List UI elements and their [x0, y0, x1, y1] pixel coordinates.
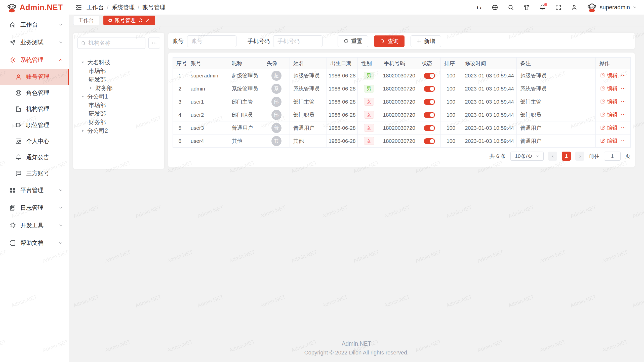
status-toggle[interactable]	[424, 112, 435, 118]
org-more-button[interactable]	[148, 37, 160, 49]
table-row: 5 user3 普通用户 普 普通用户 1986-06-28 女 1802003…	[173, 121, 631, 134]
cell-order: 100	[441, 95, 461, 108]
reset-button[interactable]: 重置	[338, 35, 368, 47]
app-logo[interactable]: Admin.NET	[0, 0, 69, 15]
gender-tag: 女	[364, 111, 374, 119]
sidebar-item-icon	[15, 122, 22, 128]
tab-close-icon[interactable]	[145, 18, 150, 23]
sidebar-item[interactable]: 三方账号	[0, 165, 69, 181]
sidebar-item[interactable]: 帮助文档	[0, 234, 69, 252]
status-toggle[interactable]	[424, 125, 435, 131]
row-more-button[interactable]	[621, 125, 626, 130]
users-table: 序号 账号 昵称 头像 姓名 出生日期	[173, 57, 631, 148]
sidebar-item[interactable]: 日志管理	[0, 199, 69, 216]
topbar-action-icon[interactable]	[523, 4, 530, 11]
edit-button[interactable]: 编辑	[600, 137, 618, 144]
breadcrumb-item[interactable]: 账号管理	[142, 4, 166, 11]
search-button[interactable]: 查询	[374, 35, 405, 47]
cell-birthdate: 1986-06-28	[327, 82, 358, 95]
sidebar-item[interactable]: 机构管理	[0, 101, 69, 117]
edit-button[interactable]: 编辑	[600, 98, 618, 105]
row-more-button[interactable]	[621, 138, 626, 144]
sidebar-item[interactable]: 系统管理	[0, 51, 69, 69]
sidebar-item-label: 平台管理	[20, 186, 44, 194]
tab-refresh-icon[interactable]	[138, 18, 143, 23]
tree-node[interactable]: 大名科技	[77, 58, 160, 67]
tree-node[interactable]: 财务部	[77, 84, 160, 92]
tree-caret-icon[interactable]	[80, 60, 85, 65]
cell-gender: 女	[358, 134, 380, 148]
cell-nickname: 系统管理员	[228, 82, 263, 95]
sidebar-item-icon	[9, 21, 16, 28]
page-size-select[interactable]: 10条/页	[510, 152, 544, 161]
topbar-action-icon[interactable]	[571, 4, 578, 11]
sidebar-item[interactable]: 业务测试	[0, 33, 69, 51]
topbar-icons: TT	[476, 4, 578, 11]
topbar-action-icon[interactable]: TT	[476, 4, 482, 11]
more-icon	[151, 40, 157, 46]
column-header: 序号	[173, 58, 187, 69]
sidebar-item-label: 机构管理	[26, 105, 49, 113]
tree-node[interactable]: 分公司1	[77, 92, 160, 101]
sidebar-collapse-icon[interactable]	[75, 4, 82, 11]
sidebar-item[interactable]: 角色管理	[0, 85, 69, 101]
cell-remark: 普通用户	[517, 134, 596, 148]
sidebar-item[interactable]: 平台管理	[0, 181, 69, 199]
goto-page-input[interactable]	[604, 152, 621, 161]
edit-button[interactable]: 编辑	[600, 111, 618, 118]
row-more-button[interactable]	[621, 112, 626, 117]
edit-button[interactable]: 编辑	[600, 85, 618, 92]
status-toggle[interactable]	[424, 86, 435, 92]
tree-node[interactable]: 研发部	[77, 75, 160, 84]
table-row: 1 superadmin 超级管理员 超 超级管理员 1986-06-28 男 …	[173, 69, 631, 82]
logo-text: Admin.NET	[20, 3, 63, 12]
add-button[interactable]: 新增	[411, 35, 441, 47]
page-tab[interactable]: 账号管理	[103, 16, 155, 25]
row-more-button[interactable]	[621, 73, 626, 78]
status-toggle[interactable]	[424, 73, 435, 79]
phone-input[interactable]	[273, 35, 323, 47]
tree-node[interactable]: 财务部	[77, 118, 160, 126]
topbar-action-icon[interactable]	[492, 4, 498, 11]
topbar-action-icon[interactable]	[555, 4, 562, 11]
cell-gender: 男	[358, 69, 380, 82]
sidebar-item[interactable]: 工作台	[0, 16, 69, 33]
cell-account: user2	[187, 108, 228, 121]
breadcrumb-separator: /	[138, 4, 139, 11]
page-number-active[interactable]: 1	[562, 152, 571, 161]
sidebar-item-label: 工作台	[20, 21, 38, 29]
user-menu[interactable]: superadmin	[587, 2, 637, 13]
tree-caret-icon[interactable]	[89, 86, 93, 90]
tree-caret-icon[interactable]	[80, 128, 85, 133]
table-header-row: 序号 账号 昵称 头像 姓名 出生日期	[173, 58, 631, 69]
next-page-button[interactable]	[575, 152, 584, 161]
row-more-button[interactable]	[621, 86, 626, 91]
page-tab[interactable]: 工作台	[73, 16, 99, 25]
tree-node[interactable]: 分公司2	[77, 126, 160, 135]
edit-button[interactable]: 编辑	[600, 124, 618, 131]
sidebar-item[interactable]: 职位管理	[0, 117, 69, 133]
edit-button[interactable]: 编辑	[600, 72, 618, 79]
tree-node[interactable]: 市场部	[77, 101, 160, 109]
prev-page-button[interactable]	[548, 152, 557, 161]
sidebar-item[interactable]: 个人中心	[0, 133, 69, 149]
topbar-action-icon[interactable]	[539, 4, 546, 11]
tree-node[interactable]: 市场部	[77, 67, 160, 75]
org-search-input[interactable]	[88, 40, 142, 46]
sidebar-item[interactable]: 账号管理	[0, 69, 69, 85]
tree-caret-icon[interactable]	[80, 94, 85, 99]
cell-name: 部门主管	[290, 95, 327, 108]
row-more-button[interactable]	[621, 99, 626, 104]
cell-modified-time: 2023-01-03 10:59:44	[461, 108, 517, 121]
cell-account: user4	[187, 134, 228, 148]
sidebar-item[interactable]: 开发工具	[0, 216, 69, 234]
account-input[interactable]	[187, 35, 236, 47]
tree-node[interactable]: 研发部	[77, 109, 160, 118]
breadcrumb-item[interactable]: 系统管理	[111, 4, 135, 11]
status-toggle[interactable]	[424, 99, 435, 105]
sidebar-item[interactable]: 通知公告	[0, 149, 69, 165]
breadcrumb-item[interactable]: 工作台	[87, 4, 104, 11]
topbar-action-icon[interactable]	[507, 4, 514, 11]
cell-order: 100	[441, 108, 461, 121]
status-toggle[interactable]	[424, 138, 435, 144]
